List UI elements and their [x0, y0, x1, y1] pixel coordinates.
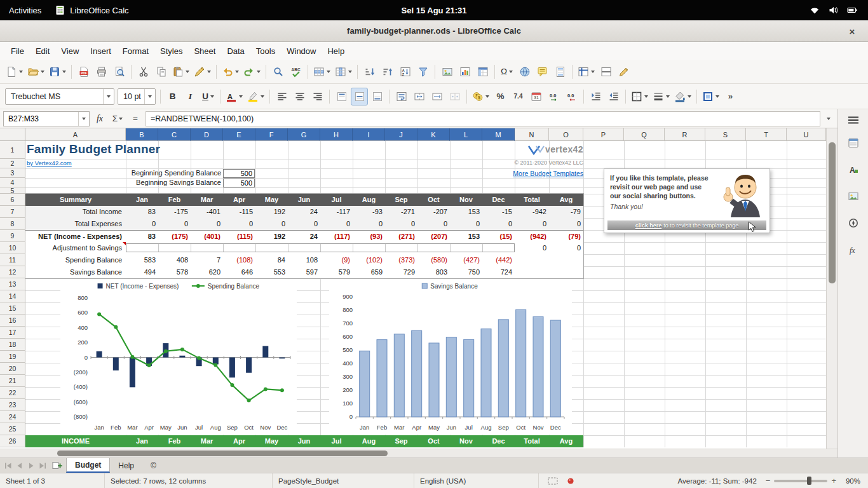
cell[interactable]: 0: [320, 218, 353, 230]
insert-chart-button[interactable]: [456, 63, 473, 81]
cell[interactable]: 84: [255, 254, 288, 266]
menu-edit[interactable]: Edit: [30, 44, 55, 58]
column-header-K[interactable]: K: [417, 128, 450, 141]
row-header-10[interactable]: 10: [0, 242, 25, 254]
row-header-7[interactable]: 7: [0, 206, 25, 218]
cell[interactable]: 578: [158, 266, 191, 278]
sidebar-tab-navigator[interactable]: [844, 215, 863, 234]
rows-menu-dropdown[interactable]: [327, 71, 330, 73]
menu-window[interactable]: Window: [281, 44, 322, 58]
document-modified-icon[interactable]: [567, 477, 574, 485]
align-bottom-button[interactable]: [369, 88, 386, 105]
new-document-button[interactable]: [4, 63, 25, 81]
align-top-button[interactable]: [333, 88, 350, 105]
select-function-dropdown[interactable]: [119, 118, 123, 120]
active-app-indicator[interactable]: LibreOffice Calc: [55, 5, 128, 15]
summary-header-cell[interactable]: Jul: [320, 194, 353, 206]
cell[interactable]: 0: [255, 218, 288, 230]
cells-area[interactable]: Family Budget Plannerby Vertex42.comBegi…: [25, 141, 826, 447]
column-header-M[interactable]: M: [482, 128, 515, 141]
increase-indent-button[interactable]: [587, 88, 604, 105]
column-header-I[interactable]: I: [353, 128, 385, 141]
insert-special-character-dropdown[interactable]: [509, 71, 513, 73]
sort-button[interactable]: AZ: [397, 63, 414, 81]
cell[interactable]: 83: [126, 231, 158, 243]
cell[interactable]: 659: [353, 266, 385, 278]
add-decimal-place-button[interactable]: 0.0: [545, 88, 562, 105]
template-link-button[interactable]: click hereto to revisit the template pag…: [607, 220, 766, 230]
row-header-11[interactable]: 11: [0, 254, 25, 266]
print-button[interactable]: [93, 63, 110, 81]
summary-row-label[interactable]: NET (Income - Expenses): [25, 231, 126, 243]
cell[interactable]: (207): [417, 231, 450, 243]
summary-header-cell[interactable]: Sep: [385, 194, 417, 206]
column-header-P[interactable]: P: [583, 128, 624, 141]
summary-header-cell[interactable]: Oct: [417, 194, 450, 206]
row-header-2[interactable]: 2: [0, 159, 25, 168]
columns-menu-button[interactable]: [333, 63, 354, 81]
undo-button[interactable]: [220, 63, 241, 81]
selection-statistics[interactable]: Average: -11; Sum: -942: [669, 473, 766, 488]
sheet-title[interactable]: Family Budget Planner: [27, 142, 160, 156]
merge-and-center-cells-button[interactable]: [410, 88, 428, 105]
row-header-1[interactable]: 1: [0, 141, 25, 159]
find-and-replace-button[interactable]: [269, 63, 287, 81]
menu-help[interactable]: Help: [322, 44, 350, 58]
wrap-text-button[interactable]: [393, 88, 410, 105]
insert-image-button[interactable]: [438, 63, 456, 81]
summary-row-label[interactable]: Spending Balance: [25, 254, 126, 266]
summary-header-cell[interactable]: May: [255, 194, 288, 206]
income-header-cell[interactable]: Feb: [158, 435, 191, 447]
cell[interactable]: 408: [158, 254, 191, 266]
column-header-U[interactable]: U: [787, 128, 826, 141]
cell[interactable]: 0: [515, 218, 549, 230]
freeze-rows-and-columns-button[interactable]: [576, 63, 597, 81]
column-header-R[interactable]: R: [665, 128, 705, 141]
format-as-date-button[interactable]: 31: [527, 88, 545, 105]
close-button[interactable]: ×: [845, 24, 859, 38]
sheet-number-status[interactable]: Sheet 1 of 3: [0, 473, 105, 488]
window-title-bar[interactable]: family-budget-planner.ods - LibreOffice …: [0, 20, 868, 42]
redo-dropdown[interactable]: [257, 71, 261, 73]
row-header-26[interactable]: 26: [0, 435, 25, 447]
cell[interactable]: 583: [126, 254, 158, 266]
column-header-Q[interactable]: Q: [624, 128, 665, 141]
decrease-indent-button[interactable]: [605, 88, 622, 105]
selection-status[interactable]: Selected: 7 rows, 12 columns: [105, 473, 273, 488]
column-header-B[interactable]: B: [126, 128, 158, 141]
align-left-button[interactable]: [273, 88, 290, 105]
paste-dropdown[interactable]: [186, 71, 189, 73]
summary-header-cell[interactable]: Apr: [223, 194, 255, 206]
beginning-spending-label[interactable]: Beginning Spending Balance: [25, 168, 221, 178]
spelling-button[interactable]: ABC: [287, 63, 304, 81]
vertex42-byline-link[interactable]: by Vertex42.com: [27, 159, 72, 166]
row-header-19[interactable]: 19: [0, 351, 25, 363]
summary-header-cell[interactable]: Nov: [450, 194, 482, 206]
cell[interactable]: 0: [549, 218, 583, 230]
cell[interactable]: (108): [223, 254, 255, 266]
zoom-slider-thumb[interactable]: [807, 477, 811, 485]
font-size-dropdown[interactable]: [144, 89, 155, 104]
select-function-button[interactable]: Σ: [110, 111, 125, 126]
cell[interactable]: (93): [353, 231, 385, 243]
sheet-tab-©[interactable]: ©: [142, 458, 165, 473]
cell[interactable]: 192: [255, 231, 288, 243]
cell[interactable]: 7: [191, 254, 223, 266]
cell[interactable]: 579: [320, 266, 353, 278]
font-name-dropdown[interactable]: [103, 89, 114, 104]
insert-hyperlink-button[interactable]: [516, 63, 533, 81]
expand-formula-bar-button[interactable]: [823, 118, 834, 120]
column-header-E[interactable]: E: [223, 128, 255, 141]
column-header-A[interactable]: A: [25, 128, 126, 141]
summary-header-cell[interactable]: Jun: [288, 194, 320, 206]
open-file-dropdown[interactable]: [41, 71, 44, 73]
add-sheet-button[interactable]: [50, 458, 64, 473]
vertex42-logo[interactable]: vertex42: [407, 144, 583, 156]
menu-view[interactable]: View: [55, 44, 85, 58]
selection-mode-icon[interactable]: [548, 477, 558, 485]
cell[interactable]: -175: [158, 206, 191, 218]
system-status-area[interactable]: [810, 6, 868, 14]
column-header-D[interactable]: D: [191, 128, 223, 141]
first-sheet-button[interactable]: [3, 458, 14, 473]
cell[interactable]: 0: [158, 218, 191, 230]
